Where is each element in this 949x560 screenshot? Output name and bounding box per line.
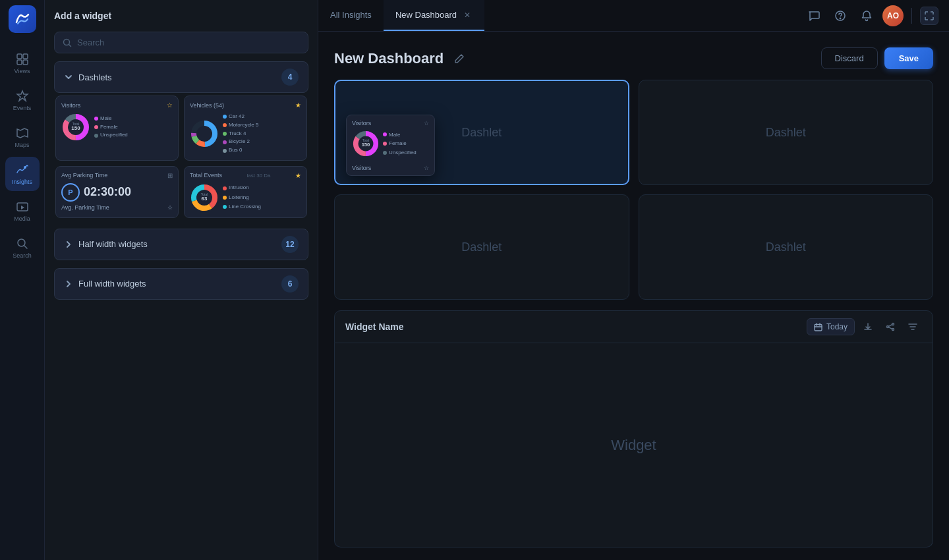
widget-section: Widget Name Today <box>334 310 933 547</box>
share-icon <box>886 322 895 331</box>
discard-button[interactable]: Discard <box>821 47 878 69</box>
svg-text:63: 63 <box>202 196 208 202</box>
today-label: Today <box>826 322 848 331</box>
nav-item-views[interactable]: Views <box>5 46 40 80</box>
tab-new-dashboard[interactable]: New Dashboard ✕ <box>384 0 484 31</box>
widget-bar-actions: Today <box>807 318 922 336</box>
vehicles-legend: Car 42 Motorcycle 5 Truck 4 Bicycle 2 Bu… <box>223 113 258 155</box>
dashlet-visitors-star[interactable]: ☆ <box>167 101 173 109</box>
tab-new-dashboard-label: New Dashboard <box>395 10 457 20</box>
fullscreen-button[interactable] <box>920 7 938 25</box>
nav-item-media[interactable]: Media <box>5 194 40 228</box>
svg-point-26 <box>840 18 840 18</box>
tab-all-insights[interactable]: All Insights <box>318 0 384 31</box>
dashlets-section: Dashlets 4 Visitors ☆ <box>54 61 308 221</box>
dashboard-title: New Dashboard <box>334 50 444 67</box>
logo-button[interactable] <box>9 5 36 33</box>
nav-label-media: Media <box>14 215 30 222</box>
dashlet-cell-bottom-right[interactable]: Dashlet <box>639 194 934 300</box>
dashlet-parking-star[interactable]: ☆ <box>167 204 173 211</box>
dashboard-content: New Dashboard Discard Save Dashlet <box>318 32 949 560</box>
dashlet-parking-expand[interactable]: ⊞ <box>167 172 173 179</box>
events-donut-chart: Total 63 <box>190 183 219 212</box>
half-width-label: Half width widgets <box>78 239 148 249</box>
dashlet-cell-label-1: Dashlet <box>461 126 502 140</box>
chevron-right-icon-2 <box>64 279 73 289</box>
dashlet-card-parking[interactable]: Avg Parking Time ⊞ P 02:30:00 Avg. Parki… <box>55 166 179 218</box>
user-avatar[interactable]: AO <box>882 5 904 26</box>
widget-sidebar: Add a widget Dashlets 4 Visitors <box>45 0 318 560</box>
chat-icon <box>808 10 820 22</box>
dashlet-cell-bottom-left[interactable]: Dashlet <box>334 194 629 300</box>
bell-icon <box>861 10 873 22</box>
fullscreen-icon <box>925 11 934 20</box>
save-button[interactable]: Save <box>884 47 933 69</box>
drag-preview-title: Visitors <box>352 120 371 126</box>
chevron-right-icon <box>64 240 73 249</box>
full-width-label: Full width widgets <box>78 279 146 289</box>
nav-item-events[interactable]: Events <box>5 83 40 117</box>
visitors-legend: Male Female Unspecified <box>94 115 128 140</box>
nav-item-maps[interactable]: Maps <box>5 120 40 154</box>
svg-rect-0 <box>17 54 22 59</box>
svg-rect-33 <box>815 324 822 331</box>
parking-icon: P <box>61 183 80 202</box>
share-icon-btn[interactable] <box>881 318 900 336</box>
widget-search-box[interactable] <box>54 32 308 53</box>
notification-icon-btn[interactable] <box>856 5 877 26</box>
widget-body: Widget <box>334 343 933 547</box>
dashlet-cell-label-2: Dashlet <box>766 126 806 140</box>
edit-icon <box>454 53 465 64</box>
svg-point-4 <box>24 166 26 169</box>
dashlet-visitors-header: Visitors <box>61 102 80 109</box>
filter-icon-btn[interactable] <box>904 318 922 336</box>
widget-name-bar: Widget Name Today <box>334 310 933 343</box>
dashlets-section-header[interactable]: Dashlets 4 <box>54 61 308 93</box>
tab-all-insights-label: All Insights <box>330 10 372 20</box>
dashlet-cell-top-right[interactable]: Dashlet <box>639 80 934 185</box>
dashlet-cell-top-left[interactable]: Dashlet Visitors ☆ <box>334 80 629 185</box>
chat-icon-btn[interactable] <box>803 5 824 26</box>
half-width-count: 12 <box>281 236 299 253</box>
drag-preview-footer-label: Visitors <box>352 165 371 171</box>
nav-label-search: Search <box>13 252 32 259</box>
nav-item-insights[interactable]: Insights <box>5 157 40 191</box>
edit-title-button[interactable] <box>450 49 469 68</box>
download-icon-btn[interactable] <box>859 318 877 336</box>
dashlet-events-star[interactable]: ★ <box>295 172 301 179</box>
nav-rail: Views Events Maps Insights Media Search <box>0 0 45 560</box>
tab-close-button[interactable]: ✕ <box>462 10 473 20</box>
dashboard-title-row: New Dashboard <box>334 49 469 68</box>
dashlet-events-sub: last 30 Da <box>247 173 271 179</box>
nav-label-insights: Insights <box>12 179 32 185</box>
filter-icon <box>908 322 917 331</box>
full-width-count: 6 <box>281 275 299 293</box>
dashlet-vehicles-star[interactable]: ★ <box>295 101 301 109</box>
dashlet-events-header: Total Events <box>190 172 222 179</box>
dashlet-vehicles-header: Vehicles (54) <box>190 102 224 109</box>
search-input[interactable] <box>77 38 300 47</box>
tab-bar: All Insights New Dashboard ✕ <box>318 0 949 32</box>
widget-label: Widget <box>611 437 656 454</box>
dashlets-label: Dashlets <box>78 72 112 82</box>
dashlets-count: 4 <box>281 69 299 86</box>
full-width-section-header[interactable]: Full width widgets 6 <box>54 268 308 300</box>
widget-name-label: Widget Name <box>345 322 404 332</box>
dashlets-grid: Visitors ☆ Total 150 Male <box>54 93 308 221</box>
dashlet-card-visitors[interactable]: Visitors ☆ Total 150 Male <box>55 96 179 161</box>
svg-point-6 <box>18 239 25 246</box>
svg-text:150: 150 <box>362 142 370 148</box>
nav-item-search[interactable]: Search <box>5 231 40 265</box>
visitors-donut-chart: Total 150 <box>61 113 90 142</box>
nav-label-maps: Maps <box>14 142 29 148</box>
widget-date-selector[interactable]: Today <box>807 318 855 335</box>
half-width-section-header[interactable]: Half width widgets 12 <box>54 229 308 260</box>
dashlet-parking-header: Avg Parking Time <box>61 172 107 179</box>
dashlet-card-vehicles[interactable]: Vehicles (54) ★ Car 42 M <box>184 96 307 161</box>
nav-label-events: Events <box>13 105 32 111</box>
help-icon-btn[interactable] <box>830 5 851 26</box>
drag-preview-legend: Male Female Unspecified <box>383 130 417 157</box>
dashlet-card-events[interactable]: Total Events last 30 Da ★ Total 63 <box>184 166 307 218</box>
main-area: All Insights New Dashboard ✕ <box>318 0 949 560</box>
dashlet-cell-label-3: Dashlet <box>461 240 502 254</box>
